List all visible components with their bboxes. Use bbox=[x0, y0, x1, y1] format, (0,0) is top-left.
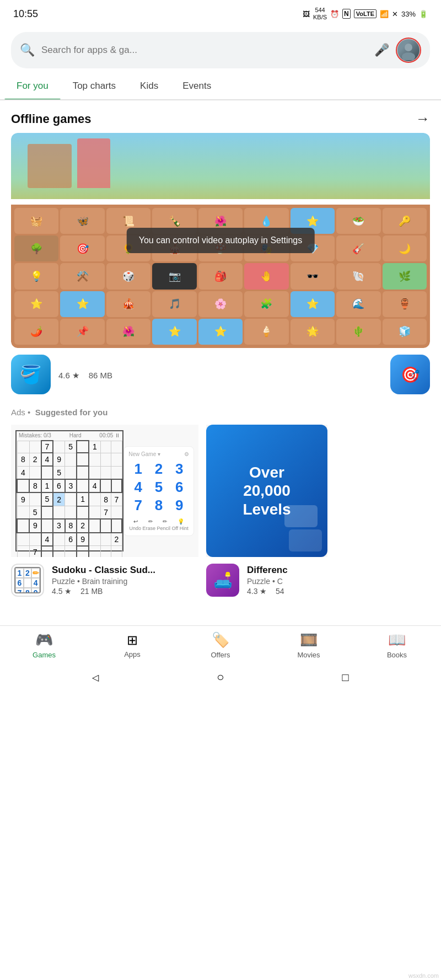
game-cell: ⭐ bbox=[198, 319, 243, 345]
offers-icon: 🏷️ bbox=[212, 631, 229, 649]
back-button[interactable]: ◁ bbox=[87, 669, 104, 686]
blue-card-image: Over20,000Levels bbox=[206, 425, 327, 557]
game-cell: 🌿 bbox=[383, 263, 427, 289]
autoplay-tooltip: You can control video autoplay in Settin… bbox=[127, 228, 315, 253]
game-cell: 🧺 bbox=[14, 208, 58, 234]
game-cell: 🎲 bbox=[106, 263, 150, 289]
games-label: Games bbox=[33, 651, 56, 659]
recents-button[interactable]: □ bbox=[337, 669, 354, 686]
offline-games-title: Offline games bbox=[11, 112, 91, 126]
game-cell: ⚒️ bbox=[60, 263, 104, 289]
data-speed: 544KB/S bbox=[313, 7, 327, 21]
status-bar: 10:55 🖼 544KB/S ⏰ N VoLTE 📶 ✕ 33% 🔋 bbox=[0, 0, 441, 28]
game-cell: 🌺 bbox=[106, 319, 150, 345]
sudoku-card-image: Mistakes: 0/3Hard00:05 ⏸ 7 5 1 bbox=[11, 425, 198, 557]
game-cell: 🥗 bbox=[336, 208, 380, 234]
mic-icon[interactable]: 🎤 bbox=[374, 43, 389, 57]
home-button[interactable]: ○ bbox=[212, 669, 229, 686]
game-cell: 🌳 bbox=[14, 235, 58, 261]
game-cell-hand: 🤚 bbox=[244, 263, 288, 289]
movies-icon: 🎞️ bbox=[300, 631, 318, 649]
status-time: 10:55 bbox=[13, 8, 38, 20]
game-grid-bg: 🧺 🦋 📜 🍾 🌺 💧 ⭐ 🥗 🔑 🌳 🎯 🌻 🎪 🍄 🎭 💎 🎸 🌙 bbox=[11, 205, 430, 348]
apps-label: Apps bbox=[124, 650, 141, 658]
differences-app-name: Differenc bbox=[247, 565, 288, 576]
game-cell: 🔑 bbox=[383, 208, 427, 234]
sudoku-app-info: 1 2 ✏ 6 4 7 8 9 Sudoku - Classic Sud... … bbox=[11, 557, 198, 599]
game-cell: 🌟 bbox=[291, 319, 335, 345]
game-cell: 🏺 bbox=[383, 291, 427, 317]
game-card[interactable]: 🧺 🦋 📜 🍾 🌺 💧 ⭐ 🥗 🔑 🌳 🎯 🌻 🎪 🍄 🎭 💎 🎸 🌙 bbox=[11, 133, 430, 348]
offline-games-arrow[interactable]: → bbox=[416, 110, 430, 127]
game-cell: 📷 bbox=[152, 263, 196, 289]
sudoku-app-icon: 1 2 ✏ 6 4 7 8 9 bbox=[11, 564, 44, 597]
game-cell: 🎵 bbox=[152, 291, 196, 317]
nav-item-games[interactable]: 🎮 Games bbox=[22, 631, 66, 659]
game-cell: ⭐ bbox=[60, 291, 104, 317]
game-cell: ⭐ bbox=[14, 291, 58, 317]
alarm-icon: ⏰ bbox=[330, 10, 339, 18]
game-top-bg bbox=[11, 133, 430, 199]
search-input[interactable] bbox=[41, 45, 368, 56]
nav-item-offers[interactable]: 🏷️ Offers bbox=[198, 631, 243, 659]
game-info-row: 🪣 4.6 ★ 86 MB 🎯 bbox=[0, 348, 441, 398]
battery-label: 33% bbox=[401, 10, 416, 18]
nav-item-apps[interactable]: ⊞ Apps bbox=[110, 633, 154, 658]
nav-item-movies[interactable]: 🎞️ Movies bbox=[287, 631, 331, 659]
home-icon: ○ bbox=[217, 670, 224, 684]
game-screenshot: 🧺 🦋 📜 🍾 🌺 💧 ⭐ 🥗 🔑 🌳 🎯 🌻 🎪 🍄 🎭 💎 🎸 🌙 bbox=[11, 133, 430, 348]
differences-app-icon: 🛋️ bbox=[206, 564, 239, 597]
game-cell: 🌶️ bbox=[14, 319, 58, 345]
game-cell: 🧊 bbox=[383, 319, 427, 345]
nav-item-books[interactable]: 📖 Books bbox=[375, 631, 419, 659]
game-cell: 🌙 bbox=[383, 235, 427, 261]
game-cell: ⭐ bbox=[291, 291, 335, 317]
differences-app-text: Differenc Puzzle • C 4.3 ★ 54 bbox=[247, 565, 288, 596]
game-cell: 🦋 bbox=[60, 208, 104, 234]
ads-section: Ads • Suggested for you bbox=[0, 398, 441, 425]
offline-games-header: Offline games → bbox=[0, 100, 441, 133]
game-cell: 🍦 bbox=[244, 319, 288, 345]
game-cell: 🎸 bbox=[336, 235, 380, 261]
game-cell: 📌 bbox=[60, 319, 104, 345]
sudoku-app-name: Sudoku - Classic Sud... bbox=[52, 565, 155, 576]
signal-icon: ✕ bbox=[392, 10, 398, 18]
sudoku-grid: Mistakes: 0/3Hard00:05 ⏸ 7 5 1 bbox=[15, 430, 123, 551]
game-cell: 🎯 bbox=[60, 235, 104, 261]
user-avatar[interactable] bbox=[396, 38, 421, 63]
sudoku-app-text: Sudoku - Classic Sud... Puzzle • Brain t… bbox=[52, 565, 155, 596]
tab-for-you[interactable]: For you bbox=[4, 73, 61, 99]
game-cell: 🕶️ bbox=[291, 263, 335, 289]
blue-card-bg: Over20,000Levels bbox=[206, 425, 327, 557]
movies-label: Movies bbox=[297, 651, 320, 659]
volte-icon: VoLTE bbox=[354, 9, 377, 18]
game-cell: 🧩 bbox=[244, 291, 288, 317]
wifi-icon: 📶 bbox=[380, 10, 389, 18]
search-bar[interactable]: 🔍 🎤 bbox=[11, 32, 430, 68]
differences-card[interactable]: Over20,000Levels 🛋️ Differenc Puzzle • C… bbox=[206, 425, 394, 599]
game-cell: 🎪 bbox=[106, 291, 150, 317]
recents-icon: □ bbox=[342, 671, 349, 684]
game-cell: 💡 bbox=[14, 263, 58, 289]
nav-tabs: For you Top charts Kids Events bbox=[0, 73, 441, 100]
suggested-title: Suggested for you bbox=[35, 408, 108, 417]
photo-icon: 🖼 bbox=[303, 10, 310, 18]
tab-kids[interactable]: Kids bbox=[128, 73, 170, 99]
game-cell: 🌊 bbox=[336, 291, 380, 317]
game-cell: 🌵 bbox=[336, 319, 380, 345]
sudoku-card[interactable]: Mistakes: 0/3Hard00:05 ⏸ 7 5 1 bbox=[11, 425, 198, 599]
game-cell: ⭐ bbox=[152, 319, 196, 345]
game-cell: 🐚 bbox=[336, 263, 380, 289]
offers-label: Offers bbox=[211, 651, 230, 659]
sudoku-app-rating: 4.5 ★ 21 MB bbox=[52, 587, 155, 596]
battery-icon: 🔋 bbox=[419, 10, 428, 18]
back-icon: ◁ bbox=[92, 672, 99, 683]
tab-events[interactable]: Events bbox=[170, 73, 223, 99]
svg-point-0 bbox=[405, 44, 412, 51]
svg-point-1 bbox=[402, 52, 415, 60]
watermark: wsxdn.com bbox=[406, 971, 441, 980]
game-cell: 🎒 bbox=[198, 263, 243, 289]
books-icon: 📖 bbox=[388, 631, 406, 649]
differences-app-rating: 4.3 ★ 54 bbox=[247, 587, 288, 596]
tab-top-charts[interactable]: Top charts bbox=[61, 73, 128, 99]
